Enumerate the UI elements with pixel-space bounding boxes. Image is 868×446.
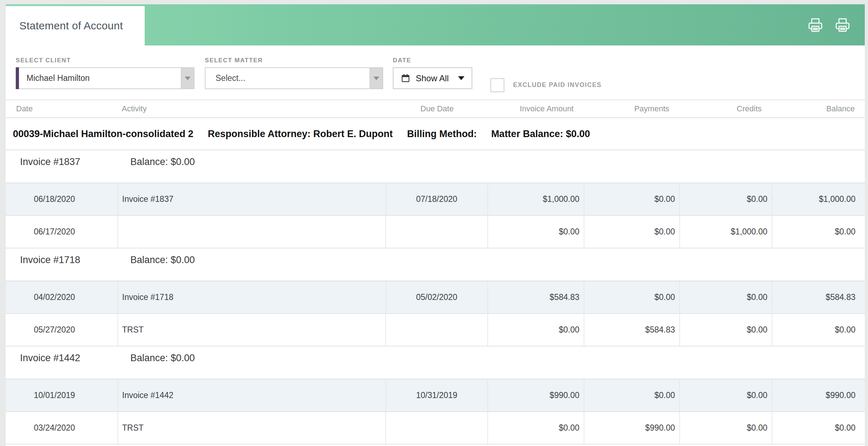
cell-due: 05/02/2020 <box>386 281 488 313</box>
cell-due <box>386 216 488 248</box>
cell-activity: Invoice #1442 <box>118 379 386 411</box>
matter-select-value: Select... <box>216 73 245 83</box>
invoice-balance: Balance: $0.00 <box>130 353 195 364</box>
cell-payments: $0.00 <box>584 379 680 411</box>
exclude-paid-checkbox[interactable] <box>490 78 505 92</box>
cell-amount: $0.00 <box>488 412 584 444</box>
matter-summary-row: 00039-Michael Hamilton-consolidated 2 Re… <box>6 118 865 150</box>
table-row[interactable]: 03/24/2020TRST$0.00$990.00$0.00$0.00 <box>6 412 865 445</box>
page-title: Statement of Account <box>19 20 123 32</box>
invoice-number: Invoice #1718 <box>20 254 130 266</box>
column-header-invoice-amount: Invoice Amount <box>488 104 584 113</box>
statement-panel: Statement of Account SELECT <box>6 4 865 446</box>
cell-balance: $1,000.00 <box>772 183 865 215</box>
table-row[interactable]: 05/27/2020TRST$0.00$584.83$0.00$0.00 <box>6 314 865 346</box>
cell-payments: $0.00 <box>584 281 680 313</box>
cell-balance: $0.00 <box>772 216 865 248</box>
cell-date: 10/01/2019 <box>6 379 118 411</box>
table-row[interactable]: 04/02/2020Invoice #171805/02/2020$584.83… <box>6 281 865 314</box>
date-filter-label: DATE <box>393 57 472 64</box>
dropdown-caret-icon <box>458 76 464 80</box>
column-header-payments: Payments <box>584 104 680 113</box>
cell-date: 04/02/2020 <box>6 281 118 313</box>
cell-payments: $0.00 <box>584 216 680 248</box>
cell-balance: $990.00 <box>772 379 865 411</box>
column-header-date: Date <box>6 104 118 113</box>
printer-icon[interactable] <box>835 17 850 33</box>
cell-amount: $990.00 <box>488 379 584 411</box>
billing-method: Billing Method: <box>407 129 477 140</box>
table-row[interactable]: 06/17/2020$0.00$0.00$1,000.00$0.00 <box>6 216 865 248</box>
cell-payments: $584.83 <box>584 314 680 346</box>
cell-date: 06/17/2020 <box>6 216 118 248</box>
filter-bar: SELECT CLIENT Michael Hamilton SELECT MA… <box>6 45 865 100</box>
chevron-down-icon <box>373 77 379 80</box>
date-filter-button[interactable]: Show All <box>393 67 472 89</box>
cell-activity: Invoice #1718 <box>118 281 386 313</box>
cell-amount: $584.83 <box>488 281 584 313</box>
invoice-group-header: Invoice #1442Balance: $0.00 <box>6 346 865 379</box>
invoice-group-header: Invoice #1718Balance: $0.00 <box>6 248 865 281</box>
cell-amount: $1,000.00 <box>488 183 584 215</box>
cell-date: 05/27/2020 <box>6 314 118 346</box>
calendar-icon <box>401 73 410 83</box>
exclude-paid-label: EXCLUDE PAID INVOICES <box>513 81 602 89</box>
table-row[interactable]: 10/01/2019Invoice #144210/31/2019$990.00… <box>6 379 865 412</box>
matter-balance: Matter Balance: $0.00 <box>491 129 590 140</box>
cell-due: 10/31/2019 <box>386 379 488 411</box>
cell-balance: $0.00 <box>772 412 865 444</box>
cell-credits: $1,000.00 <box>680 216 772 248</box>
cell-credits: $0.00 <box>680 379 772 411</box>
select-client-label: SELECT CLIENT <box>16 57 194 64</box>
cell-amount: $0.00 <box>488 314 584 346</box>
date-filter-value: Show All <box>416 73 449 83</box>
invoice-number: Invoice #1442 <box>20 353 130 364</box>
header-actions <box>807 4 850 45</box>
client-select-value: Michael Hamilton <box>26 73 90 83</box>
cell-date: 06/18/2020 <box>6 183 118 215</box>
tab-statement-of-account[interactable]: Statement of Account <box>6 6 145 45</box>
cell-balance: $584.83 <box>772 281 865 313</box>
cell-credits: $0.00 <box>680 314 772 346</box>
cell-credits: $0.00 <box>680 183 772 215</box>
cell-due <box>386 314 488 346</box>
select-matter-label: SELECT MATTER <box>205 57 383 64</box>
cell-activity <box>118 216 386 248</box>
invoice-balance: Balance: $0.00 <box>130 254 195 266</box>
column-header-due-date: Due Date <box>386 104 488 113</box>
cell-payments: $0.00 <box>584 183 680 215</box>
matter-name: 00039-Michael Hamilton-consolidated 2 <box>13 129 193 140</box>
cell-date: 03/24/2020 <box>6 412 118 444</box>
column-header-activity: Activity <box>118 104 386 113</box>
cell-amount: $0.00 <box>488 216 584 248</box>
invoice-balance: Balance: $0.00 <box>130 156 195 168</box>
matter-select-arrowbox[interactable] <box>370 68 382 88</box>
client-select-arrowbox[interactable] <box>181 68 194 88</box>
cell-credits: $0.00 <box>680 412 772 444</box>
cell-activity: TRST <box>118 314 386 346</box>
invoice-group-header: Invoice #1837Balance: $0.00 <box>6 150 865 183</box>
client-select-accent <box>16 67 19 89</box>
chevron-down-icon <box>185 77 191 80</box>
column-header-balance: Balance <box>772 104 865 113</box>
invoice-number: Invoice #1837 <box>20 156 130 168</box>
invoice-groups: Invoice #1837Balance: $0.0006/18/2020Inv… <box>6 150 865 445</box>
table-row[interactable]: 06/18/2020Invoice #183707/18/2020$1,000.… <box>6 183 865 216</box>
printer-icon[interactable] <box>807 17 823 33</box>
responsible-attorney: Responsible Attorney: Robert E. Dupont <box>208 129 393 140</box>
cell-due: 07/18/2020 <box>386 183 488 215</box>
header-bar: Statement of Account <box>6 4 865 45</box>
cell-activity: Invoice #1837 <box>118 183 386 215</box>
cell-payments: $990.00 <box>584 412 680 444</box>
cell-balance: $0.00 <box>772 314 865 346</box>
cell-activity: TRST <box>118 412 386 444</box>
table-header-row: Date Activity Due Date Invoice Amount Pa… <box>6 100 865 118</box>
column-header-credits: Credits <box>680 104 772 113</box>
cell-due <box>386 412 488 444</box>
cell-credits: $0.00 <box>680 281 772 313</box>
matter-select[interactable]: Select... <box>205 67 383 89</box>
client-select[interactable]: Michael Hamilton <box>16 67 194 89</box>
